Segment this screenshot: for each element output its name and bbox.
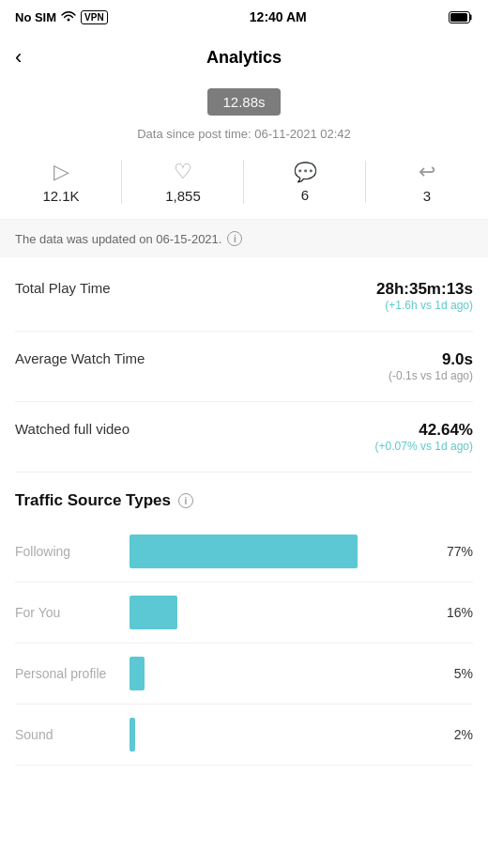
stat-comments: 💬 6 xyxy=(244,161,366,203)
avg-watch-time-value: 9.0s xyxy=(389,350,473,369)
bar-container-following xyxy=(130,535,426,568)
stat-shares: ↩ 3 xyxy=(366,160,488,204)
traffic-bar-chart: Following 77% For You 16% Personal profi… xyxy=(0,521,488,766)
comments-value: 6 xyxy=(301,187,309,203)
stat-likes: ♡ 1,855 xyxy=(122,160,244,204)
bar-fill-personal-profile xyxy=(130,657,145,690)
stat-plays: ▷ 12.1K xyxy=(0,160,122,204)
page-header: ‹ Analytics xyxy=(0,34,488,81)
video-timestamp-container: 12.88s xyxy=(0,81,488,119)
bar-fill-for-you xyxy=(130,596,177,629)
comment-icon: 💬 xyxy=(294,161,317,183)
update-info-icon[interactable]: i xyxy=(227,231,242,246)
bar-row-for-you: For You 16% xyxy=(15,582,473,643)
update-notice: The data was updated on 06-15-2021. i xyxy=(0,220,488,257)
bar-row-personal-profile: Personal profile 5% xyxy=(15,643,473,705)
traffic-info-icon[interactable]: i xyxy=(178,493,193,508)
bar-fill-sound xyxy=(130,718,135,752)
bar-fill-following xyxy=(130,535,358,568)
bar-container-personal-profile xyxy=(130,657,426,690)
vpn-badge: VPN xyxy=(81,10,108,24)
status-left: No SIM VPN xyxy=(15,10,108,24)
svg-rect-1 xyxy=(450,13,467,22)
bar-label-for-you: For You xyxy=(15,605,118,620)
metric-total-play-time: Total Play Time 28h:35m:13s (+1.6h vs 1d… xyxy=(15,261,473,332)
shares-value: 3 xyxy=(423,188,431,204)
back-button[interactable]: ‹ xyxy=(15,41,29,73)
bar-container-sound xyxy=(130,718,426,752)
plays-value: 12.1K xyxy=(42,188,79,204)
play-icon: ▷ xyxy=(53,160,69,184)
video-timestamp-box: 12.88s xyxy=(207,88,280,116)
share-icon: ↩ xyxy=(419,160,435,184)
watched-full-video-value-block: 42.64% (+0.07% vs 1d ago) xyxy=(375,421,473,453)
watched-full-video-value: 42.64% xyxy=(375,421,473,440)
watched-full-video-label: Watched full video xyxy=(15,421,130,437)
heart-icon: ♡ xyxy=(174,160,192,184)
avg-watch-time-change: (-0.1s vs 1d ago) xyxy=(389,369,473,382)
total-play-time-value-block: 28h:35m:13s (+1.6h vs 1d ago) xyxy=(376,280,473,312)
wifi-icon xyxy=(61,11,76,23)
total-play-time-label: Total Play Time xyxy=(15,280,111,296)
stats-row: ▷ 12.1K ♡ 1,855 💬 6 ↩ 3 xyxy=(0,152,488,220)
metrics-section: Total Play Time 28h:35m:13s (+1.6h vs 1d… xyxy=(0,261,488,473)
bar-label-following: Following xyxy=(15,544,118,559)
bar-pct-personal-profile: 5% xyxy=(437,666,473,681)
bar-container-for-you xyxy=(130,596,426,629)
status-bar: No SIM VPN 12:40 AM xyxy=(0,0,488,34)
bar-label-personal-profile: Personal profile xyxy=(15,666,118,681)
update-notice-text: The data was updated on 06-15-2021. xyxy=(15,232,221,246)
battery-icon xyxy=(449,11,473,23)
total-play-time-value: 28h:35m:13s xyxy=(376,280,473,299)
bar-label-sound: Sound xyxy=(15,727,118,742)
total-play-time-change: (+1.6h vs 1d ago) xyxy=(376,299,473,312)
metric-avg-watch-time: Average Watch Time 9.0s (-0.1s vs 1d ago… xyxy=(15,332,473,402)
bar-row-following: Following 77% xyxy=(15,521,473,582)
avg-watch-time-value-block: 9.0s (-0.1s vs 1d ago) xyxy=(389,350,473,382)
bar-row-sound: Sound 2% xyxy=(15,705,473,766)
no-sim-label: No SIM xyxy=(15,10,56,24)
traffic-source-header: Traffic Source Types i xyxy=(0,473,488,521)
page-title: Analytics xyxy=(206,48,282,68)
status-time: 12:40 AM xyxy=(250,9,307,24)
watched-full-video-change: (+0.07% vs 1d ago) xyxy=(375,440,473,453)
status-right xyxy=(449,11,473,23)
bar-pct-following: 77% xyxy=(437,544,473,559)
avg-watch-time-label: Average Watch Time xyxy=(15,350,145,366)
data-since: Data since post time: 06-11-2021 02:42 xyxy=(0,119,488,152)
bar-pct-for-you: 16% xyxy=(437,605,473,620)
likes-value: 1,855 xyxy=(165,188,201,204)
bar-pct-sound: 2% xyxy=(437,727,473,742)
traffic-source-title: Traffic Source Types xyxy=(15,491,171,510)
metric-watched-full-video: Watched full video 42.64% (+0.07% vs 1d … xyxy=(15,402,473,473)
